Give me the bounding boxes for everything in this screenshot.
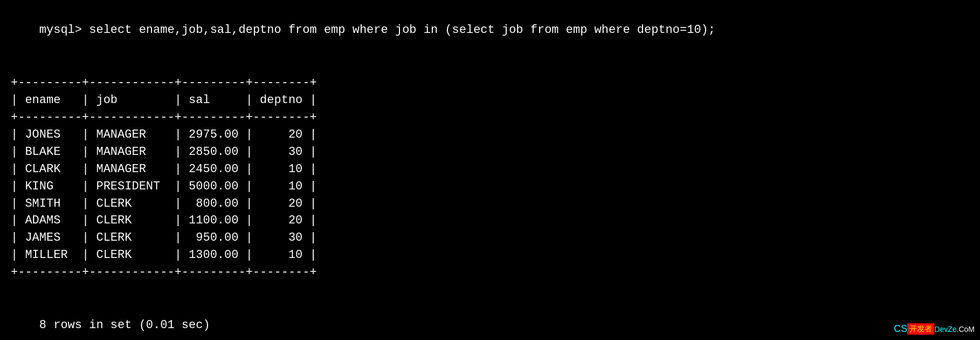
- table-row: | SMITH | CLERK | 800.00 | 20 |: [11, 197, 317, 210]
- result-summary: 8 rows in set (0.01 sec): [11, 301, 969, 340]
- query-line: mysql> select ename,job,sal,deptno from …: [11, 5, 969, 55]
- table-header: | ename | job | sal | deptno |: [11, 93, 317, 107]
- watermark-cs: CS: [894, 323, 907, 335]
- mysql-prompt: mysql>: [39, 23, 89, 37]
- watermark: CS 开发者 DevZe .CoM: [894, 323, 975, 335]
- watermark-com: .CoM: [957, 325, 975, 334]
- table-separator-bottom: +---------+------------+---------+------…: [11, 266, 317, 279]
- watermark-devze: DevZe: [934, 325, 956, 334]
- table-row: | CLARK | MANAGER | 2450.00 | 10 |: [11, 162, 317, 176]
- terminal: mysql> select ename,job,sal,deptno from …: [0, 0, 980, 340]
- table-row: | ADAMS | CLERK | 1100.00 | 20 |: [11, 214, 317, 227]
- table-header-separator: +---------+------------+---------+------…: [11, 111, 317, 124]
- table-row: | JAMES | CLERK | 950.00 | 30 |: [11, 231, 317, 244]
- table-row: | MILLER | CLERK | 1300.00 | 10 |: [11, 248, 317, 262]
- table-output: +---------+------------+---------+------…: [11, 57, 969, 298]
- table-row: | BLAKE | MANAGER | 2850.00 | 30 |: [11, 145, 317, 159]
- table-separator-top: +---------+------------+---------+------…: [11, 76, 317, 90]
- watermark-box: 开发者: [907, 323, 934, 335]
- sql-query: select ename,job,sal,deptno from emp whe…: [89, 23, 715, 37]
- table-row: | JONES | MANAGER | 2975.00 | 20 |: [11, 128, 317, 141]
- table-row: | KING | PRESIDENT | 5000.00 | 10 |: [11, 180, 317, 193]
